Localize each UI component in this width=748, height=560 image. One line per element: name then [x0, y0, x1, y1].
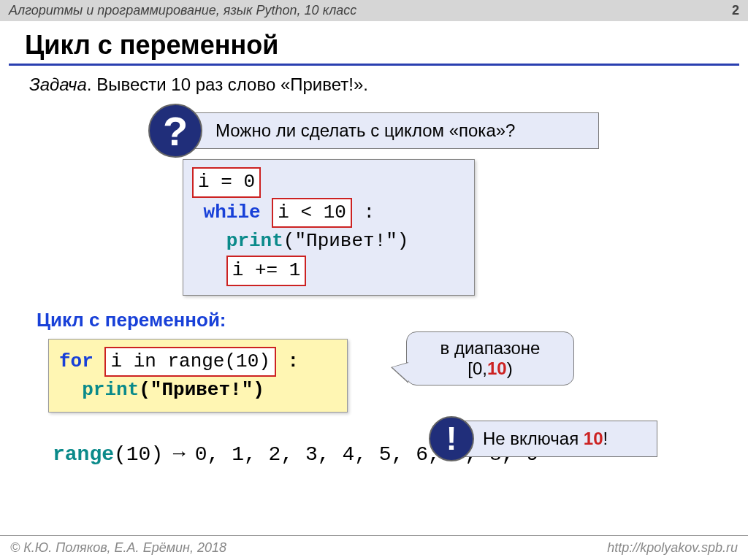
callout-line1: в диапазоне: [417, 338, 563, 358]
subheading: Цикл с переменной:: [37, 309, 719, 331]
task-line: Задача. Вывести 10 раз слово «Привет!».: [29, 74, 719, 95]
colon1: :: [363, 202, 375, 223]
question-callout: ? Можно ли сделать с циклом «пока»?: [175, 112, 599, 149]
exclaim-text-c: !: [603, 429, 608, 448]
subject-text: Алгоритмы и программирование, язык Pytho…: [9, 3, 356, 18]
range-arg: (10): [114, 443, 163, 466]
task-text: . Вывести 10 раз слово «Привет!».: [87, 74, 368, 94]
header-bar: Алгоритмы и программирование, язык Pytho…: [0, 0, 748, 21]
page-title: Цикл с переменной: [0, 21, 748, 62]
kw-print: print: [226, 230, 283, 252]
question-text: Можно ли сделать с циклом «пока»?: [215, 120, 515, 140]
kw-print2: print: [82, 379, 139, 401]
kw-for: for: [59, 350, 94, 372]
callout-line2c: ): [507, 358, 513, 378]
footer-url: http://kpolyakov.spb.ru: [607, 540, 738, 556]
callout-line2b: 10: [487, 358, 507, 378]
range-fn: range: [53, 443, 114, 466]
exclamation-icon: !: [429, 416, 474, 461]
code-for-block: for i in range(10) : print("Привет!"): [48, 339, 348, 413]
for-body: i in range(10): [104, 347, 275, 377]
range-callout: в диапазоне [0,10): [406, 331, 574, 386]
question-mark-icon: ?: [148, 104, 202, 158]
exclaim-text-a: Не включая: [483, 429, 584, 448]
code-while-block: i = 0 while i < 10 : print("Привет!") i …: [183, 159, 475, 296]
colon2: :: [287, 350, 299, 372]
footer-bar: © К.Ю. Поляков, Е.А. Ерёмин, 2018 http:/…: [0, 535, 748, 560]
callout-line2a: [0,: [468, 358, 487, 378]
copyright: © К.Ю. Поляков, Е.А. Ерёмин, 2018: [10, 540, 226, 556]
code-init: i = 0: [192, 167, 261, 198]
print-arg: ("Привет!"): [283, 230, 409, 252]
exclaim-text-b: 10: [584, 429, 603, 448]
exclaim-callout: ! Не включая 10!: [453, 421, 657, 457]
kw-while: while: [204, 202, 261, 223]
code-cond: i < 10: [272, 198, 352, 229]
page-number: 2: [732, 3, 739, 18]
task-label: Задача: [29, 74, 87, 94]
print-arg2: ("Привет!"): [139, 379, 264, 401]
arrow-icon: →: [163, 442, 195, 464]
code-inc: i += 1: [226, 256, 307, 286]
